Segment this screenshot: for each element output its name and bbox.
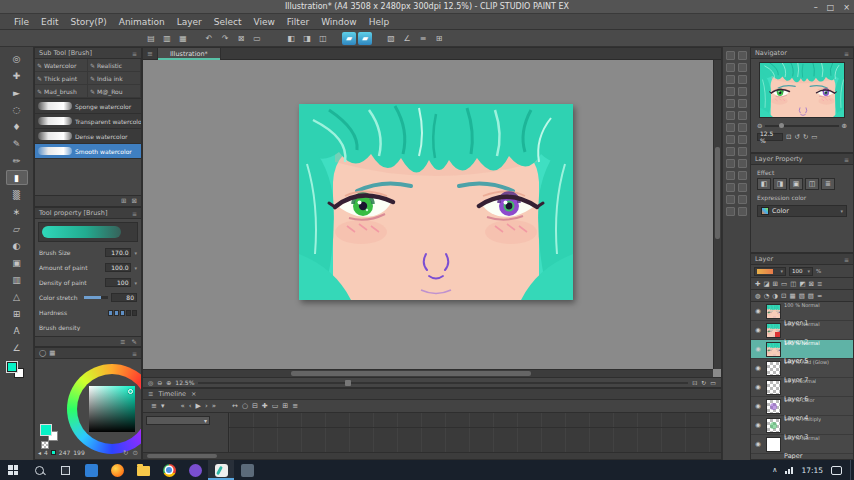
tone-effect-icon[interactable]: ◨: [773, 178, 787, 190]
color-marker[interactable]: [128, 389, 133, 394]
lasso-tool-icon[interactable]: ◌: [6, 102, 28, 117]
panel-tab-icon[interactable]: [738, 75, 747, 84]
nav-fit-icon[interactable]: ⊡: [786, 133, 791, 141]
color-set-tab-icon[interactable]: ▦: [49, 349, 55, 357]
close-button[interactable]: ×: [843, 3, 850, 12]
visibility-eye-icon[interactable]: ◉: [753, 364, 763, 372]
subtool-item[interactable]: Sponge watercolor: [35, 99, 141, 114]
mask-layer-icon[interactable]: ◩: [799, 280, 805, 288]
deselect-icon[interactable]: ▭: [250, 32, 264, 45]
panel-tab-icon[interactable]: [726, 51, 735, 60]
panel-tab-icon[interactable]: [726, 87, 735, 96]
subtool-group-thick-paint[interactable]: ✎Thick paint: [35, 72, 88, 85]
visibility-eye-icon[interactable]: ◉: [753, 326, 763, 334]
eraser-tool-icon[interactable]: ▱: [6, 221, 28, 236]
workspace-menu-icon[interactable]: ≡: [416, 32, 430, 45]
decoration-tool-icon[interactable]: ∗: [6, 204, 28, 219]
delete-layer-icon[interactable]: ⊠: [809, 280, 814, 288]
airbrush-tool-icon[interactable]: ▒: [6, 187, 28, 202]
zoom-in-icon[interactable]: ⊕: [166, 379, 171, 386]
taskbar-app-other[interactable]: [234, 460, 260, 480]
visibility-eye-icon[interactable]: ◉: [753, 440, 763, 448]
brush-tool-icon[interactable]: ▮: [6, 170, 28, 185]
nav-reset-icon[interactable]: ▭: [811, 133, 817, 141]
panel-tab-icon[interactable]: [738, 123, 747, 132]
subtool-group-watercolor[interactable]: ✎Watercolor: [35, 59, 88, 72]
clip-at-layer-icon[interactable]: ◍: [755, 292, 761, 300]
panel-tab-icon[interactable]: [726, 207, 735, 216]
canvas-tab[interactable]: Illustration*: [157, 48, 221, 60]
panel-menu-icon[interactable]: ≡: [132, 350, 137, 357]
panel-tab-icon[interactable]: [726, 135, 735, 144]
subtool-group-6[interactable]: ✎M@_Rou: [88, 85, 141, 98]
panel-tab-icon[interactable]: [726, 195, 735, 204]
reference-toggle-icon[interactable]: ▰: [358, 32, 372, 45]
nav-zoom-in-icon[interactable]: ⊕: [842, 122, 847, 130]
subtool-group-5[interactable]: ✎Mad_brush: [35, 85, 88, 98]
taskbar-app-media[interactable]: [182, 460, 208, 480]
artwork-page[interactable]: [299, 104, 573, 300]
panel-menu-icon[interactable]: ≡: [844, 156, 849, 163]
save-icon[interactable]: ▦: [176, 32, 190, 45]
taskbar-search-button[interactable]: [26, 460, 52, 480]
nav-zoom-value[interactable]: 12.5 %: [757, 133, 783, 141]
zoom-slider-thumb[interactable]: [345, 380, 351, 386]
lock-transparent-icon[interactable]: ◑: [772, 292, 778, 300]
start-button[interactable]: [0, 460, 26, 480]
nav-rotate-right-icon[interactable]: ↻: [803, 133, 808, 141]
panel-menu-icon[interactable]: ≡: [132, 50, 137, 57]
subtool-item[interactable]: Dense watercolor: [35, 129, 141, 144]
visibility-eye-icon[interactable]: ◉: [753, 421, 763, 429]
panel-tab-icon[interactable]: [726, 75, 735, 84]
panel-tab-icon[interactable]: [738, 159, 747, 168]
layer-opacity-field[interactable]: 100▾: [789, 267, 813, 276]
layer-thumbnail[interactable]: [766, 304, 781, 319]
pen-tool-icon[interactable]: ✎: [6, 136, 28, 151]
panel-tab-icon[interactable]: [738, 63, 747, 72]
go-last-frame-icon[interactable]: »: [212, 402, 216, 410]
snap-special-icon[interactable]: ◫: [316, 32, 330, 45]
eyedropper-tool-icon[interactable]: ♦: [6, 119, 28, 134]
delete-subtool-icon[interactable]: ⊠: [132, 197, 137, 205]
scrollbar-thumb[interactable]: [147, 454, 217, 458]
stepper-icon[interactable]: ▾: [134, 250, 137, 256]
layer-row[interactable]: ◉ 100 % NormalPaper: [751, 435, 853, 454]
color-picker-icon[interactable]: ⊙: [133, 449, 138, 457]
minimize-button[interactable]: –: [814, 3, 818, 12]
subtool-group-india-ink[interactable]: ✎India ink: [88, 72, 141, 85]
history-left-icon[interactable]: ◂: [38, 449, 41, 456]
layer-thumbnail[interactable]: [766, 380, 781, 395]
panel-tab-icon[interactable]: [738, 87, 747, 96]
foreground-color-chip[interactable]: [7, 362, 17, 372]
nav-zoom-slider-thumb[interactable]: [779, 123, 784, 128]
add-subtool-icon[interactable]: ⊞: [121, 197, 126, 205]
taskbar-app-explorer[interactable]: [130, 460, 156, 480]
menu-window[interactable]: Window: [315, 16, 363, 28]
loop-icon[interactable]: ↔: [232, 402, 238, 410]
refresh-color-icon[interactable]: ↻: [123, 449, 128, 457]
layer-thumbnail[interactable]: [766, 437, 781, 452]
expression-color-dropdown[interactable]: Color ▾: [757, 205, 847, 217]
horizontal-scrollbar[interactable]: [143, 369, 713, 377]
border-effect-icon[interactable]: ◧: [757, 178, 771, 190]
edit-property-icon[interactable]: ✎: [132, 338, 137, 346]
gradient-tool-icon[interactable]: ▥: [6, 272, 28, 287]
pencil-tool-icon[interactable]: ✏: [6, 153, 28, 168]
layer-thumbnail[interactable]: [766, 323, 781, 338]
main-color-indicator[interactable]: [7, 362, 27, 380]
maximize-button[interactable]: □: [827, 3, 835, 12]
draft-effect-icon[interactable]: ◫: [805, 178, 819, 190]
subtool-item-selected[interactable]: Smooth watercolor: [35, 144, 141, 159]
combine-layer-icon[interactable]: ◫: [790, 280, 796, 288]
panel-tab-icon[interactable]: [726, 123, 735, 132]
fit-screen-icon[interactable]: ⊡: [692, 379, 697, 386]
blend-tool-icon[interactable]: ◐: [6, 238, 28, 253]
timeline-select-dropdown[interactable]: ▾: [146, 416, 210, 425]
tab-list-icon[interactable]: ≡: [143, 50, 157, 58]
timeline-select-icon[interactable]: ▾: [161, 402, 165, 410]
text-tool-icon[interactable]: A: [6, 323, 28, 338]
panel-tab-icon[interactable]: [726, 159, 735, 168]
panel-menu-icon[interactable]: ≡: [844, 50, 849, 57]
menu-view[interactable]: View: [247, 16, 280, 28]
undo-icon[interactable]: ↶: [202, 32, 216, 45]
